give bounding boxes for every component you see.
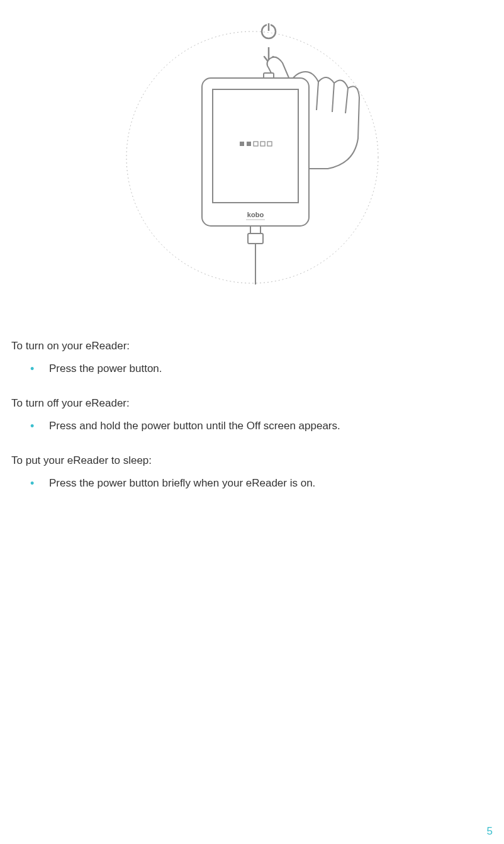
ereader-device: kobo xyxy=(202,73,309,226)
brand-label: kobo xyxy=(247,211,264,218)
ereader-power-illustration: kobo xyxy=(120,0,384,315)
section-sleep: To put your eReader to sleep: Press the … xyxy=(11,454,479,492)
svg-rect-17 xyxy=(250,226,260,234)
svg-rect-18 xyxy=(248,234,263,244)
section-turn-off: To turn off your eReader: Press and hold… xyxy=(11,397,479,434)
heading-turn-on: To turn on your eReader: xyxy=(11,340,479,352)
section-turn-on: To turn on your eReader: Press the power… xyxy=(11,340,479,377)
bullets-turn-on: Press the power button. xyxy=(11,360,479,377)
bullet-item: Press the power button. xyxy=(30,360,479,377)
power-icon xyxy=(262,23,276,38)
heading-sleep: To put your eReader to sleep: xyxy=(11,454,479,467)
heading-turn-off: To turn off your eReader: xyxy=(11,397,479,410)
bullet-item: Press the power button briefly when your… xyxy=(30,475,479,492)
svg-rect-12 xyxy=(247,142,251,146)
usb-cable xyxy=(248,226,263,284)
page-number: 5 xyxy=(487,825,493,838)
instructions-content: To turn on your eReader: Press the power… xyxy=(0,340,504,492)
svg-rect-11 xyxy=(240,142,244,146)
illustration-container: kobo xyxy=(0,0,504,340)
bullets-sleep: Press the power button briefly when your… xyxy=(11,475,479,492)
bullet-item: Press and hold the power button until th… xyxy=(30,417,479,434)
bullets-turn-off: Press and hold the power button until th… xyxy=(11,417,479,434)
